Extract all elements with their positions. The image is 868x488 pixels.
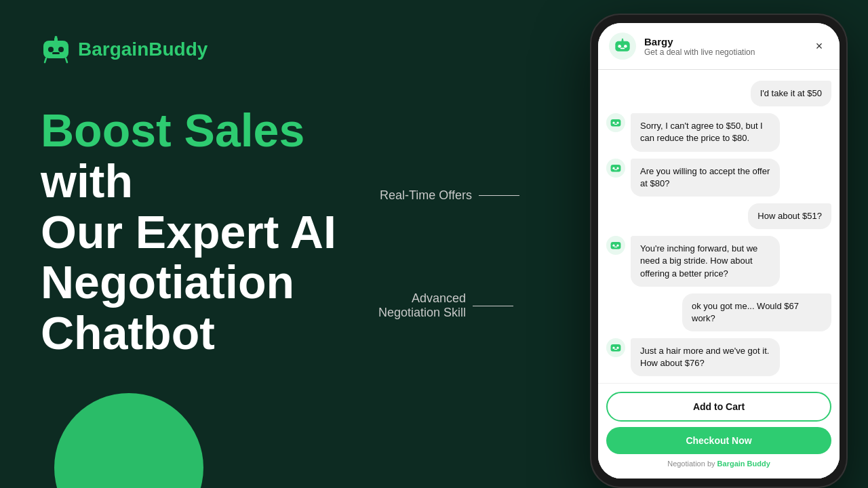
svg-point-17 <box>612 167 614 169</box>
headline-line1: Boost Sales <box>41 105 434 156</box>
svg-point-22 <box>616 245 618 247</box>
annotation-negotiation: Advanced Negotiation Skill <box>378 291 513 320</box>
svg-rect-24 <box>611 344 621 351</box>
headline-line5: Chatbot <box>41 308 434 359</box>
logo-icon <box>41 34 71 64</box>
svg-point-2 <box>58 47 64 52</box>
svg-rect-12 <box>611 119 621 126</box>
user-message-1: I'd take it at $50 <box>751 81 831 106</box>
annotation-realtime-text: Real-Time Offers <box>380 188 472 203</box>
svg-rect-9 <box>620 48 625 49</box>
annotation-realtime: Real-Time Offers <box>380 188 519 203</box>
annotation-negotiation-line2: Negotiation Skill <box>378 306 466 320</box>
svg-rect-15 <box>614 124 617 125</box>
svg-rect-19 <box>614 169 617 169</box>
message-row-2: Sorry, I can't agree to $50, but I can r… <box>606 113 831 151</box>
message-row-1: I'd take it at $50 <box>606 81 831 106</box>
svg-point-13 <box>612 122 614 124</box>
bot-message-4: Just a hair more and we've got it. How a… <box>631 338 780 376</box>
chat-header-info: Bargy Get a deal with live negotiation <box>644 36 802 57</box>
svg-rect-23 <box>614 247 617 247</box>
svg-point-18 <box>616 167 618 169</box>
svg-point-21 <box>612 245 614 247</box>
svg-point-25 <box>612 347 614 349</box>
user-message-3: ok you got me... Would $67 work? <box>682 293 831 331</box>
bot-message-2: Are you willing to accept the offer at $… <box>631 159 780 197</box>
chat-header: Bargy Get a deal with live negotiation × <box>598 23 840 70</box>
annotation-negotiation-line <box>473 306 513 306</box>
chat-close-button[interactable]: × <box>810 37 829 56</box>
headline-line3: Our Expert AI <box>41 207 434 258</box>
chat-messages: I'd take it at $50 Sorry, I can't agree … <box>598 70 840 383</box>
svg-rect-0 <box>43 41 68 58</box>
bot-avatar-7 <box>606 338 625 357</box>
decorative-circle <box>54 393 203 488</box>
chat-bot-name: Bargy <box>644 36 802 47</box>
bot-message-3: You're inching forward, but we need a bi… <box>631 236 780 287</box>
svg-rect-16 <box>611 165 621 171</box>
chat-footer: Add to Cart Checkout Now Negotiation by … <box>598 383 840 479</box>
message-row-7: Just a hair more and we've got it. How a… <box>606 338 831 376</box>
add-to-cart-button[interactable]: Add to Cart <box>606 392 831 422</box>
svg-rect-6 <box>615 41 629 52</box>
svg-point-7 <box>618 45 621 48</box>
svg-rect-27 <box>614 349 617 350</box>
bot-avatar-2 <box>606 113 625 132</box>
svg-point-8 <box>624 45 627 48</box>
svg-point-5 <box>55 36 58 39</box>
annotation-realtime-line <box>479 195 519 196</box>
logo-area: BargainBuddy <box>41 34 434 64</box>
message-row-5: You're inching forward, but we need a bi… <box>606 236 831 287</box>
svg-point-26 <box>616 347 618 349</box>
negotiation-credit: Negotiation by Bargain Buddy <box>606 460 831 470</box>
bot-message-1: Sorry, I can't agree to $50, but I can r… <box>631 113 780 151</box>
svg-point-14 <box>616 122 618 124</box>
phone-screen: Bargy Get a deal with live negotiation ×… <box>598 23 840 479</box>
negotiation-credit-brand: Bargain Buddy <box>717 460 770 468</box>
headline-line2: with <box>41 156 434 207</box>
phone-mockup: Bargy Get a deal with live negotiation ×… <box>590 14 848 488</box>
left-panel: BargainBuddy Boost Sales with Our Expert… <box>0 0 475 488</box>
chat-widget: Bargy Get a deal with live negotiation ×… <box>598 23 840 479</box>
headline-line4: Negotiation <box>41 257 434 308</box>
chat-header-subtitle: Get a deal with live negotiation <box>644 47 802 57</box>
message-row-6: ok you got me... Would $67 work? <box>606 293 831 331</box>
headline: Boost Sales with Our Expert AI Negotiati… <box>41 105 434 359</box>
annotation-negotiation-line1: Advanced <box>378 291 466 306</box>
svg-rect-3 <box>52 52 60 54</box>
message-row-4: How about $51? <box>606 203 831 229</box>
message-row-3: Are you willing to accept the offer at $… <box>606 159 831 197</box>
svg-point-1 <box>48 47 54 52</box>
chat-bot-avatar <box>609 33 636 60</box>
bot-avatar-3 <box>606 159 625 178</box>
checkout-now-button[interactable]: Checkout Now <box>606 427 831 454</box>
user-message-2: How about $51? <box>748 203 831 229</box>
svg-point-11 <box>622 39 623 40</box>
bot-avatar-5 <box>606 236 625 255</box>
brand-name: BargainBuddy <box>78 39 208 60</box>
negotiation-credit-text: Negotiation by <box>667 460 717 468</box>
svg-rect-20 <box>611 242 621 249</box>
